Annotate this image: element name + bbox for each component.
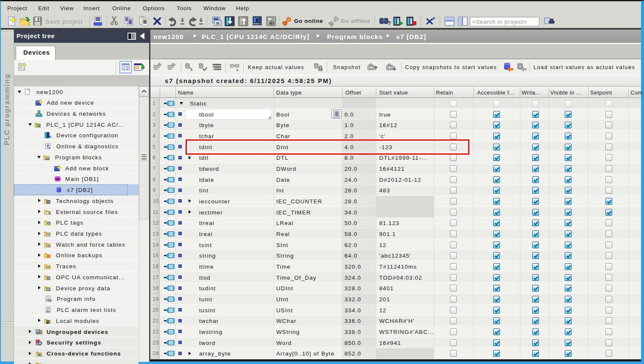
svg-text:?: ? [388, 20, 391, 26]
svg-text:RT: RT [269, 22, 275, 26]
svg-text:0I: 0I [216, 21, 219, 25]
svg-text:01: 01 [48, 212, 51, 214]
